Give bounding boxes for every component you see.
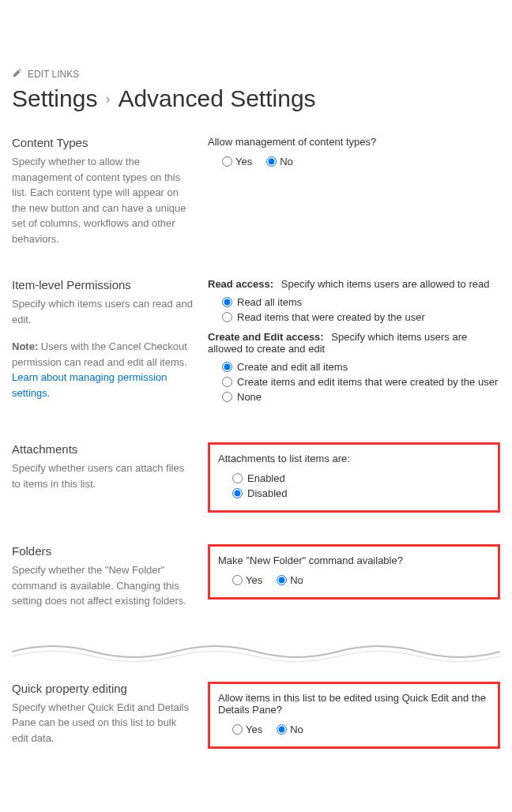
radio-input[interactable] [277, 724, 287, 735]
section-item-level: Item-level Permissions Specify which ite… [12, 278, 500, 411]
breadcrumb-settings[interactable]: Settings [12, 85, 97, 112]
breadcrumb-advanced-settings: Advanced Settings [118, 85, 315, 112]
folders-desc: Specify whether the "New Folder" command… [12, 562, 194, 609]
content-types-no[interactable]: No [266, 156, 293, 167]
radio-input[interactable] [232, 473, 243, 483]
create-edit-own[interactable]: Create items and edit items that were cr… [222, 376, 500, 388]
radio-input[interactable] [232, 575, 243, 585]
radio-input[interactable] [222, 297, 232, 307]
content-types-yes[interactable]: Yes [222, 156, 252, 167]
attachments-disabled[interactable]: Disabled [232, 487, 487, 499]
quick-edit-question: Allow items in this list to be edited us… [218, 692, 487, 716]
radio-input[interactable] [232, 724, 243, 735]
edit-links[interactable]: EDIT LINKS [12, 67, 500, 81]
section-content-types: Content Types Specify whether to allow t… [12, 136, 500, 246]
create-edit-all[interactable]: Create and edit all items [222, 361, 500, 373]
folders-no[interactable]: No [277, 574, 303, 586]
attachments-title: Attachments [12, 442, 194, 456]
quick-edit-title: Quick property editing [12, 682, 194, 695]
content-types-question: Allow management of content types? [208, 136, 500, 148]
quick-edit-no[interactable]: No [277, 724, 303, 735]
attachments-desc: Specify whether users can attach files t… [12, 461, 194, 491]
radio-input[interactable] [222, 392, 232, 402]
breadcrumb: Settings › Advanced Settings [12, 85, 500, 112]
item-level-desc-1: Specify which items users can read and e… [12, 296, 194, 327]
attachments-highlight: Attachments to list items are: Enabled D… [208, 442, 500, 513]
folders-highlight: Make "New Folder" command available? Yes… [208, 544, 500, 600]
quick-edit-yes[interactable]: Yes [232, 724, 262, 735]
read-access-heading: Read access: [208, 278, 273, 290]
attachments-enabled[interactable]: Enabled [232, 472, 487, 484]
wave-divider-icon [12, 641, 500, 663]
edit-links-label: EDIT LINKS [28, 69, 79, 80]
radio-input[interactable] [222, 312, 232, 322]
attachments-question: Attachments to list items are: [218, 453, 487, 464]
section-quick-edit: Quick property editing Specify whether Q… [12, 682, 500, 749]
radio-input[interactable] [222, 362, 232, 372]
create-edit-none[interactable]: None [222, 391, 500, 403]
radio-input[interactable] [266, 156, 277, 167]
create-edit-heading: Create and Edit access: [208, 331, 324, 343]
quick-edit-highlight: Allow items in this list to be edited us… [208, 682, 500, 749]
read-all-items[interactable]: Read all items [222, 296, 500, 308]
radio-input[interactable] [232, 488, 243, 498]
radio-input[interactable] [277, 575, 287, 585]
pencil-icon [12, 67, 23, 81]
quick-edit-desc: Specify whether Quick Edit and Details P… [12, 700, 194, 746]
folders-question: Make "New Folder" command available? [218, 554, 487, 566]
item-level-note: Note: Users with the Cancel Checkout per… [12, 339, 194, 400]
radio-input[interactable] [222, 156, 232, 167]
folders-yes[interactable]: Yes [232, 574, 262, 586]
chevron-right-icon: › [105, 91, 110, 107]
content-types-desc: Specify whether to allow the management … [12, 154, 194, 246]
radio-input[interactable] [222, 377, 232, 387]
learn-about-permissions-link[interactable]: Learn about managing permission settings… [12, 371, 168, 399]
item-level-title: Item-level Permissions [12, 278, 194, 291]
folders-title: Folders [12, 544, 194, 558]
content-types-title: Content Types [12, 136, 194, 149]
read-own-items[interactable]: Read items that were created by the user [222, 311, 500, 323]
section-attachments: Attachments Specify whether users can at… [12, 442, 500, 513]
section-folders: Folders Specify whether the "New Folder"… [12, 544, 500, 609]
